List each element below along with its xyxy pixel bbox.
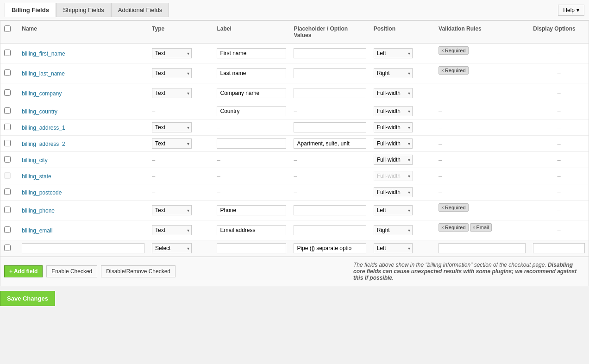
label-input[interactable]: [217, 88, 286, 98]
field-name-link[interactable]: billing_country: [22, 108, 57, 115]
placeholder-input[interactable]: [294, 205, 366, 215]
col-header-label: Label: [213, 21, 290, 44]
tab-shipping[interactable]: Shipping Fields: [56, 3, 111, 17]
label-input[interactable]: [217, 205, 286, 215]
row-type-cell: TextSelectTextareaCheckboxRadioHiddenPas…: [148, 136, 213, 152]
field-name-link[interactable]: billing_last_name: [22, 70, 65, 77]
validation-tag[interactable]: × Email: [470, 223, 492, 232]
type-select[interactable]: TextSelectTextareaCheckboxRadioHiddenPas…: [152, 205, 192, 215]
placeholder-dash: –: [294, 189, 297, 196]
placeholder-input[interactable]: [294, 88, 366, 98]
field-name-link[interactable]: billing_postcode: [22, 189, 62, 196]
tab-additional[interactable]: Additional Fields: [111, 3, 169, 17]
position-select[interactable]: LeftRightFull-width: [374, 187, 413, 197]
label-input[interactable]: [217, 48, 286, 58]
position-select[interactable]: LeftRightFull-width: [374, 122, 413, 132]
new-row-checkbox[interactable]: [4, 245, 11, 251]
field-name-link[interactable]: billing_state: [22, 173, 51, 180]
validation-tag[interactable]: × Required: [439, 223, 468, 232]
row-checkbox[interactable]: [4, 140, 11, 146]
label-input[interactable]: [217, 138, 286, 149]
row-checkbox[interactable]: [4, 69, 11, 76]
display-dash: –: [558, 173, 561, 180]
field-name-link[interactable]: billing_first_name: [22, 50, 65, 57]
placeholder-input[interactable]: [294, 225, 366, 235]
tag-remove-icon[interactable]: ×: [441, 225, 444, 230]
type-select[interactable]: TextSelectTextareaCheckboxRadioHiddenPas…: [152, 48, 192, 58]
disable-remove-button[interactable]: Disable/Remove Checked: [101, 265, 175, 277]
new-validation-input[interactable]: [439, 243, 526, 253]
tab-billing[interactable]: Billing Fields: [5, 3, 56, 17]
position-select[interactable]: LeftRightFull-width: [374, 138, 413, 149]
label-input[interactable]: [217, 68, 286, 78]
placeholder-input[interactable]: [294, 48, 366, 58]
tag-remove-icon[interactable]: ×: [473, 225, 476, 230]
placeholder-input[interactable]: [294, 138, 366, 149]
validation-tag[interactable]: × Required: [439, 203, 468, 212]
position-select[interactable]: LeftRightFull-width: [374, 225, 413, 235]
position-select[interactable]: LeftRightFull-width: [374, 68, 413, 78]
type-select-wrap: TextSelectTextareaCheckboxRadioHiddenPas…: [152, 122, 192, 132]
row-checkbox[interactable]: [4, 188, 11, 195]
new-display-input[interactable]: [533, 243, 585, 253]
field-name-link[interactable]: billing_address_1: [22, 125, 65, 131]
row-checkbox[interactable]: [4, 156, 11, 163]
position-select[interactable]: LeftRightFull-width: [374, 155, 413, 165]
type-select-wrap: TextSelectTextareaCheckboxRadioHiddenPas…: [152, 205, 192, 215]
new-placeholder-input[interactable]: [294, 243, 366, 253]
new-type-select[interactable]: TextSelectTextareaCheckboxRadioHiddenPas…: [152, 243, 192, 253]
new-position-select[interactable]: LeftRightFull-width: [374, 243, 413, 253]
label-input[interactable]: [217, 225, 286, 235]
row-checkbox[interactable]: [4, 107, 11, 114]
col-header-type: Type: [148, 21, 213, 44]
col-header-position: Position: [370, 21, 435, 44]
field-name-link[interactable]: billing_city: [22, 157, 47, 163]
type-select[interactable]: TextSelectTextareaCheckboxRadioHiddenPas…: [152, 122, 192, 132]
type-select[interactable]: TextSelectTextareaCheckboxRadioHiddenPas…: [152, 88, 192, 98]
field-name-link[interactable]: billing_email: [22, 227, 52, 234]
row-validation-cell: –: [435, 136, 529, 152]
tag-remove-icon[interactable]: ×: [441, 205, 444, 210]
tag-remove-icon[interactable]: ×: [441, 68, 444, 73]
col-header-validation: Validation Rules: [435, 21, 529, 44]
tag-remove-icon[interactable]: ×: [441, 48, 444, 53]
type-select[interactable]: TextSelectTextareaCheckboxRadioHiddenPas…: [152, 225, 192, 235]
row-display-cell: –: [529, 83, 589, 103]
field-name-link[interactable]: billing_phone: [22, 207, 55, 214]
table-row: billing_phone TextSelectTextareaCheckbox…: [0, 201, 589, 220]
field-name-link[interactable]: billing_address_2: [22, 141, 65, 147]
row-checkbox[interactable]: [4, 89, 11, 96]
row-checkbox[interactable]: [4, 207, 11, 213]
select-all-checkbox[interactable]: [4, 25, 11, 32]
new-label-input[interactable]: [217, 243, 286, 253]
row-type-cell: TextSelectTextareaCheckboxRadioHiddenPas…: [148, 83, 213, 103]
field-name-link[interactable]: billing_company: [22, 90, 62, 97]
row-checkbox[interactable]: [4, 226, 11, 233]
label-input[interactable]: [217, 106, 286, 116]
position-select[interactable]: LeftRightFull-width: [374, 106, 413, 116]
position-select[interactable]: LeftRightFull-width: [374, 205, 413, 215]
position-select[interactable]: LeftRightFull-width: [374, 171, 413, 181]
type-select[interactable]: TextSelectTextareaCheckboxRadioHiddenPas…: [152, 68, 192, 78]
new-field-name-input[interactable]: [22, 243, 144, 253]
row-type-cell: TextSelectTextareaCheckboxRadioHiddenPas…: [148, 201, 213, 220]
label-dash: –: [217, 157, 220, 163]
placeholder-input[interactable]: [294, 122, 366, 132]
row-checkbox[interactable]: [4, 172, 11, 179]
position-select[interactable]: LeftRightFull-width: [374, 88, 413, 98]
row-name-cell: billing_postcode: [18, 184, 148, 201]
placeholder-input[interactable]: [294, 68, 366, 78]
validation-tag[interactable]: × Required: [439, 66, 468, 75]
save-changes-button[interactable]: Save Changes: [0, 291, 55, 306]
type-select[interactable]: TextSelectTextareaCheckboxRadioHiddenPas…: [152, 138, 192, 149]
position-select[interactable]: LeftRightFull-width: [374, 48, 413, 58]
row-checkbox[interactable]: [4, 124, 11, 130]
row-checkbox[interactable]: [4, 50, 11, 56]
validation-dash: –: [439, 124, 442, 131]
help-button[interactable]: Help ▾: [558, 5, 584, 16]
validation-tag[interactable]: × Required: [439, 46, 468, 55]
row-display-cell: –: [529, 63, 589, 83]
enable-checked-button[interactable]: Enable Checked: [46, 265, 97, 277]
add-field-button[interactable]: + Add field: [4, 265, 43, 277]
row-validation-cell: × Required× Email: [435, 220, 529, 240]
